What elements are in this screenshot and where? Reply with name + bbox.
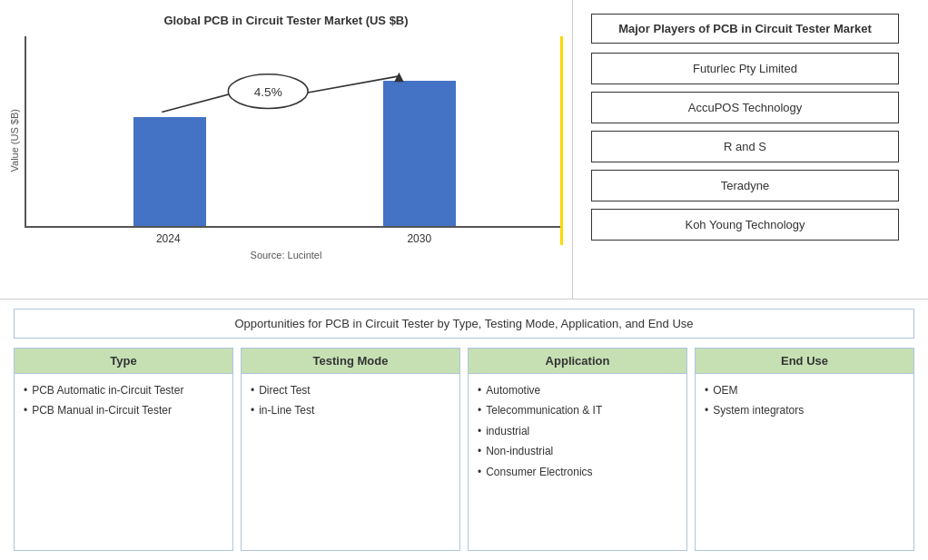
chart-inner: 4.5% 2024 2030 xyxy=(25,36,563,245)
opportunities-header: Opportunities for PCB in Circuit Tester … xyxy=(14,309,914,339)
x-label-2024: 2024 xyxy=(43,232,294,245)
svg-line-0 xyxy=(162,93,232,113)
bullet-icon: • xyxy=(251,381,254,399)
app-item-3-text: industrial xyxy=(486,422,529,440)
category-testing-mode: Testing Mode • Direct Test • in-Line Tes… xyxy=(241,348,460,551)
bar-2030 xyxy=(383,81,456,226)
type-item-2-text: PCB Manual in-Circuit Tester xyxy=(32,401,172,419)
bottom-section: Opportunities for PCB in Circuit Tester … xyxy=(0,300,928,560)
end-item-1: • OEM xyxy=(705,381,904,399)
category-end-use-header: End Use xyxy=(696,349,913,374)
player-r-and-s: R and S xyxy=(591,131,899,162)
end-item-2: • System integrators xyxy=(705,401,904,419)
end-item-2-text: System integrators xyxy=(713,401,804,419)
top-section: Global PCB in Circuit Tester Market (US … xyxy=(0,0,928,300)
category-testing-mode-header: Testing Mode xyxy=(242,349,459,374)
x-labels: 2024 2030 xyxy=(25,228,563,245)
source-label: Source: Lucintel xyxy=(251,250,322,260)
app-item-4: • Non-industrial xyxy=(478,442,677,460)
players-title: Major Players of PCB in Circuit Tester M… xyxy=(591,14,899,44)
chart-wrapper: Value (US $B) 4.5% xyxy=(9,36,563,245)
bar-2024 xyxy=(133,117,206,226)
bullet-icon: • xyxy=(478,401,481,419)
category-type-content: • PCB Automatic in-Circuit Tester • PCB … xyxy=(15,374,232,429)
vertical-divider-line xyxy=(560,36,563,245)
bullet-icon: • xyxy=(251,401,254,419)
testing-item-1: • Direct Test xyxy=(251,381,450,399)
chart-area: Global PCB in Circuit Tester Market (US … xyxy=(0,0,572,299)
type-item-2: • PCB Manual in-Circuit Tester xyxy=(24,401,223,419)
main-container: Global PCB in Circuit Tester Market (US … xyxy=(0,0,928,560)
category-application-content: • Automotive • Telecommunication & IT • … xyxy=(469,374,686,490)
player-teradyne: Teradyne xyxy=(591,170,899,201)
app-item-4-text: Non-industrial xyxy=(486,442,553,460)
bar-group-2024 xyxy=(44,117,295,226)
bars-container: 4.5% xyxy=(25,36,563,228)
category-type-header: Type xyxy=(15,349,232,374)
player-koh-young: Koh Young Technology xyxy=(591,209,899,241)
chart-title: Global PCB in Circuit Tester Market (US … xyxy=(163,14,408,27)
category-testing-mode-content: • Direct Test • in-Line Test xyxy=(242,374,459,429)
right-panel: Major Players of PCB in Circuit Tester M… xyxy=(572,0,917,299)
app-item-1-text: Automotive xyxy=(486,381,540,399)
app-item-3: • industrial xyxy=(478,422,677,440)
app-item-1: • Automotive xyxy=(478,381,677,399)
category-end-use-content: • OEM • System integrators xyxy=(696,374,913,429)
category-end-use: End Use • OEM • System integrators xyxy=(695,348,914,551)
bullet-icon: • xyxy=(24,381,27,399)
category-type: Type • PCB Automatic in-Circuit Tester •… xyxy=(14,348,233,551)
category-application-header: Application xyxy=(469,349,686,374)
y-axis-label: Value (US $B) xyxy=(9,109,20,172)
svg-text:4.5%: 4.5% xyxy=(254,85,282,99)
app-item-5-text: Consumer Electronics xyxy=(486,463,592,481)
testing-item-2: • in-Line Test xyxy=(251,401,450,419)
testing-item-2-text: in-Line Test xyxy=(259,401,314,419)
app-item-2: • Telecommunication & IT xyxy=(478,401,677,419)
bullet-icon: • xyxy=(24,401,27,419)
bullet-icon: • xyxy=(478,463,481,481)
bullet-icon: • xyxy=(478,422,481,440)
bullet-icon: • xyxy=(705,381,708,399)
type-item-1-text: PCB Automatic in-Circuit Tester xyxy=(32,381,183,399)
x-label-2030: 2030 xyxy=(294,232,546,245)
app-item-2-text: Telecommunication & IT xyxy=(486,401,602,419)
end-item-1-text: OEM xyxy=(713,381,737,399)
bar-group-2030 xyxy=(295,81,546,226)
bullet-icon: • xyxy=(705,401,708,419)
bullet-icon: • xyxy=(478,442,481,460)
testing-item-1-text: Direct Test xyxy=(259,381,310,399)
player-futurlec: Futurlec Pty Limited xyxy=(591,53,899,84)
categories-row: Type • PCB Automatic in-Circuit Tester •… xyxy=(14,348,914,551)
category-application: Application • Automotive • Telecommunica… xyxy=(468,348,687,551)
bullet-icon: • xyxy=(478,381,481,399)
type-item-1: • PCB Automatic in-Circuit Tester xyxy=(24,381,223,399)
player-accupos: AccuPOS Technology xyxy=(591,92,899,123)
app-item-5: • Consumer Electronics xyxy=(478,463,677,481)
